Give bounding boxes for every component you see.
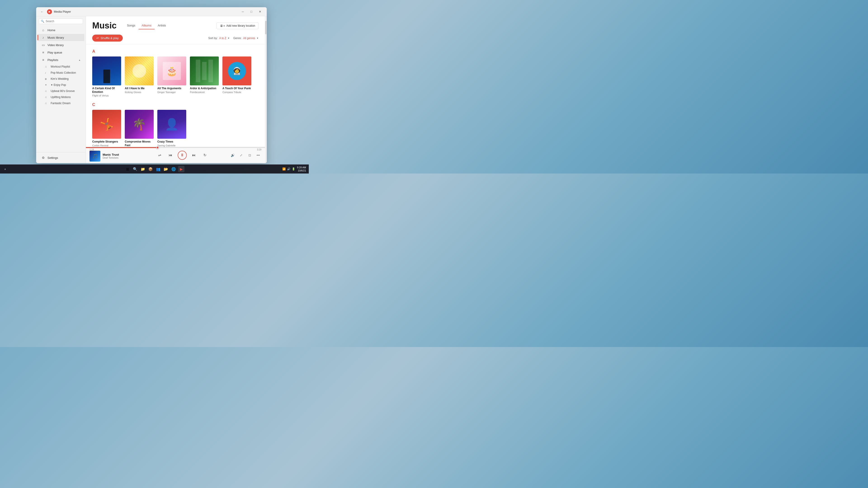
expand-button[interactable]: ⤢	[238, 152, 245, 158]
window-controls: ─ □ ✕	[239, 8, 264, 15]
taskbar-folder-icon: 📂	[164, 167, 168, 171]
workout-playlist-icon: ♫	[45, 65, 49, 68]
sidebar-item-upbeat-80s[interactable]: ♫ Upbeat 80's Groove	[37, 88, 84, 94]
album-artist-complete-strangers: Corbin Revival	[92, 144, 121, 147]
album-info-certain-kind: A Certain Kind Of Emotion Flight of Venu…	[92, 87, 121, 97]
album-all-i-have[interactable]: All I Have Is Me Kicking Gloves	[125, 57, 154, 97]
album-title-certain-kind: A Certain Kind Of Emotion	[92, 87, 121, 94]
sidebar-item-enjoy-pop[interactable]: ✦ ✦ Enjoy Pop	[37, 82, 84, 88]
track-info: Manic Trust Deaf Tortoises	[103, 153, 119, 159]
tab-artists[interactable]: Artists	[155, 22, 169, 29]
sidebar-item-fantastic[interactable]: ♫ Fantastic Dream	[37, 100, 84, 106]
progress-bar[interactable]	[86, 147, 265, 148]
section-letter-a: A	[92, 49, 258, 54]
sidebar-item-uplifting[interactable]: ♫ Uplifting Motions	[37, 94, 84, 100]
album-touch-punk[interactable]: 🧑‍🚀 A Touch Of Your Punk Compass Tribute	[222, 57, 251, 97]
sidebar-item-kims-wedding[interactable]: ◈ Kim's Wedding	[37, 76, 84, 82]
close-button[interactable]: ✕	[256, 8, 264, 15]
genre-selector[interactable]: Genre: All genres ▼	[233, 37, 258, 40]
shuffle-label: Shuffle & play	[101, 36, 119, 40]
album-cover-certain-kind	[92, 57, 121, 86]
album-certain-kind[interactable]: A Certain Kind Of Emotion Flight of Venu…	[92, 57, 121, 97]
title-bar: ← ▶ Media Player ─ □ ✕	[36, 7, 267, 16]
tab-songs[interactable]: Songs	[124, 22, 138, 29]
shuffle-button[interactable]: ⇌	[156, 152, 163, 159]
album-cover-compromise: 🌴	[125, 110, 154, 139]
back-button[interactable]: ←	[39, 8, 45, 15]
title-tabs-row: Music Songs Albums Artists 🖥+ Add new li…	[92, 21, 258, 31]
albums-grid-a: A Certain Kind Of Emotion Flight of Venu…	[92, 57, 258, 97]
play-queue-label: Play queue	[48, 51, 62, 54]
system-clock[interactable]: 9:28 AM 10/6/21	[297, 166, 306, 172]
playlists-label: Playlists	[48, 58, 58, 62]
taskbar-store-button[interactable]: 📦	[147, 166, 154, 172]
uplifting-icon: ♫	[45, 96, 49, 99]
sidebar-item-video-library[interactable]: ▭ Video library	[37, 41, 84, 48]
album-title-compromise: Compromise Moves Fast	[125, 140, 154, 147]
sidebar-item-music-library[interactable]: ♪ Music library	[37, 34, 84, 41]
album-complete-strangers[interactable]: 🤸 Complete Strangers Corbin Revival	[92, 110, 121, 147]
toolbar-row: ⇌ Shuffle & play Sort by: A to Z ▼ Genre…	[86, 35, 265, 44]
sort-chevron-icon: ▼	[228, 37, 230, 39]
album-info-all-i-have: All I Have Is Me Kicking Gloves	[125, 87, 154, 94]
taskbar-left: ∧	[0, 166, 8, 172]
taskbar-search-button[interactable]: 🔍	[132, 166, 138, 172]
album-title-ardor: Ardor & Anticipation	[190, 87, 219, 90]
album-ardor[interactable]: Ardor & Anticipation Pointlessknot	[190, 57, 219, 97]
album-cover-all-i-have	[125, 57, 154, 86]
app-logo: ▶	[47, 9, 52, 14]
sidebar-item-settings[interactable]: ⚙ Settings	[39, 154, 83, 161]
add-library-button[interactable]: 🖥+ Add new library location	[217, 22, 258, 29]
progress-thumb[interactable]	[156, 146, 159, 149]
minimize-button[interactable]: ─	[239, 8, 247, 15]
volume-button[interactable]: 🔊	[230, 152, 236, 158]
taskbar-media-button[interactable]: ▶	[178, 166, 184, 172]
miniplayer-button[interactable]: ⊡	[247, 152, 253, 158]
taskbar-folder-button[interactable]: 📂	[163, 166, 169, 172]
clock-date: 10/6/21	[297, 169, 306, 172]
sort-genre-row: Sort by: A to Z ▼ Genre: All genres ▼	[208, 37, 258, 40]
sidebar-item-pop-music[interactable]: ♪ Pop Music Collection	[37, 70, 84, 76]
sidebar-item-playlists[interactable]: ≡ Playlists ▲	[37, 56, 84, 64]
next-button[interactable]: ⏭	[190, 152, 197, 159]
taskbar-teams-button[interactable]: 👥	[155, 166, 161, 172]
album-title-all-arguments: All The Arguments	[157, 87, 186, 90]
more-button[interactable]: •••	[255, 152, 261, 158]
search-input[interactable]	[46, 20, 81, 23]
window-title: Media Player	[54, 10, 239, 13]
album-crazy-times[interactable]: 👤 Crazy Times Saving Gabrielle	[157, 110, 186, 147]
repeat-button[interactable]: ↻	[201, 152, 209, 159]
sidebar-bottom: ⚙ Settings	[36, 152, 86, 163]
taskbar-edge-button[interactable]: 🌐	[170, 166, 177, 172]
taskbar-search-icon: 🔍	[133, 167, 137, 171]
taskbar-files-button[interactable]: 📁	[140, 166, 146, 172]
scrollbar-thumb[interactable]	[265, 21, 267, 34]
app-body: 🔍 ⌂ Home ♪ Music library ▭ Video library	[36, 16, 267, 163]
search-box[interactable]: 🔍	[39, 19, 83, 24]
sidebar-nav: ⌂ Home ♪ Music library ▭ Video library ≡…	[36, 26, 86, 152]
previous-button[interactable]: ⏮	[167, 152, 174, 159]
tab-albums[interactable]: Albums	[138, 22, 155, 29]
now-playing-bar: 1:24 3:29 🎵 Manic Trust Deaf Tortoises ⇌…	[86, 147, 265, 163]
pause-button[interactable]: ⏸	[178, 151, 187, 160]
sort-by-selector[interactable]: Sort by: A to Z ▼	[208, 37, 230, 40]
sidebar-item-play-queue[interactable]: ≡ Play queue	[37, 49, 84, 56]
window-scrollbar[interactable]	[265, 16, 267, 163]
taskbar-chevron[interactable]: ∧	[2, 166, 8, 172]
albums-area: A A Certain Kind Of Emotion Flight of Ve…	[86, 44, 265, 147]
track-thumbnail: 🎵	[90, 151, 100, 162]
fantastic-label: Fantastic Dream	[51, 102, 70, 105]
play-queue-icon: ≡	[41, 51, 45, 54]
shuffle-play-button[interactable]: ⇌ Shuffle & play	[92, 35, 123, 41]
album-all-arguments[interactable]: 🎂 All The Arguments Ginger Teenager	[157, 57, 186, 97]
maximize-button[interactable]: □	[247, 8, 255, 15]
album-compromise[interactable]: 🌴 Compromise Moves Fast Pete Brown	[125, 110, 154, 147]
uplifting-label: Uplifting Motions	[51, 96, 71, 99]
sidebar-item-home[interactable]: ⌂ Home	[37, 26, 84, 34]
album-title-crazy-times: Crazy Times	[157, 140, 186, 144]
start-button[interactable]: ⊞	[124, 166, 131, 172]
sidebar-item-music-label: Music library	[48, 36, 64, 39]
album-info-compromise: Compromise Moves Fast Pete Brown	[125, 140, 154, 147]
album-cover-touch-punk: 🧑‍🚀	[222, 57, 251, 86]
sidebar-item-workout[interactable]: ♫ Workout Playlist	[37, 64, 84, 70]
